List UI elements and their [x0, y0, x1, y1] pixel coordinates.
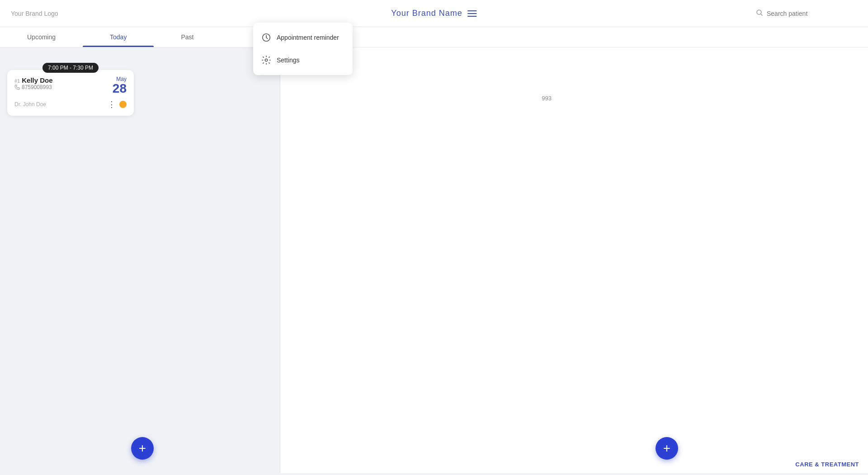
left-panel: 7:00 PM - 7:30 PM #1 Kelly Doe 875900899… [0, 47, 280, 473]
menu-line-2 [468, 13, 477, 14]
brand-name: Your Brand Name [391, 9, 462, 18]
add-appointment-button-right[interactable]: + [656, 437, 678, 460]
phone-number: 8759008993 [22, 84, 52, 90]
brand-center: Your Brand Name [391, 9, 476, 18]
dropdown-menu: Appointment reminder Settings [253, 23, 353, 75]
dropdown-appointment-reminder-label: Appointment reminder [277, 34, 339, 41]
card-footer: Dr. John Doe ⋮ [14, 99, 127, 109]
right-panel: 993 + CARE & TREATMENT [280, 47, 868, 473]
add-appointment-button-left[interactable]: + [131, 437, 154, 460]
appointment-card: 7:00 PM - 7:30 PM #1 Kelly Doe 875900899… [7, 70, 134, 116]
header: Your Brand Logo Your Brand Name [0, 0, 868, 27]
tab-past[interactable]: Past [154, 27, 221, 47]
search-area [756, 9, 857, 18]
tabs-bar: Upcoming Today Past [0, 27, 868, 47]
patient-number: #1 [14, 78, 20, 84]
patient-name: Kelly Doe [22, 76, 52, 84]
settings-icon [261, 55, 271, 65]
svg-point-3 [265, 59, 268, 61]
dropdown-settings-label: Settings [277, 56, 300, 64]
tab-upcoming[interactable]: Upcoming [0, 27, 83, 47]
menu-line-1 [468, 10, 477, 11]
svg-line-1 [761, 14, 763, 15]
phone-icon [14, 85, 20, 90]
dropdown-item-settings[interactable]: Settings [253, 49, 353, 71]
date-block: May 28 [113, 76, 127, 96]
time-badge: 7:00 PM - 7:30 PM [42, 63, 99, 73]
menu-line-3 [468, 16, 477, 17]
more-options-button[interactable]: ⋮ [108, 99, 116, 109]
doctor-name: Dr. John Doe [14, 101, 46, 108]
main-layout: 7:00 PM - 7:30 PM #1 Kelly Doe 875900899… [0, 47, 868, 473]
card-header: #1 Kelly Doe 8759008993 May 28 [14, 76, 127, 96]
menu-icon[interactable] [468, 10, 477, 17]
clock-icon [261, 33, 271, 42]
care-treatment-label: CARE & TREATMENT [795, 461, 859, 468]
search-input[interactable] [767, 10, 857, 17]
brand-logo: Your Brand Logo [11, 10, 110, 17]
tab-today[interactable]: Today [83, 27, 154, 47]
partial-phone-number: 993 [542, 95, 552, 102]
card-phone: 8759008993 [14, 84, 53, 90]
card-actions: ⋮ [108, 99, 127, 109]
search-icon [756, 9, 763, 18]
date-day: 28 [113, 82, 127, 96]
patient-info: #1 Kelly Doe 8759008993 [14, 76, 53, 90]
dropdown-item-appointment-reminder[interactable]: Appointment reminder [253, 26, 353, 49]
status-dot [119, 101, 127, 108]
